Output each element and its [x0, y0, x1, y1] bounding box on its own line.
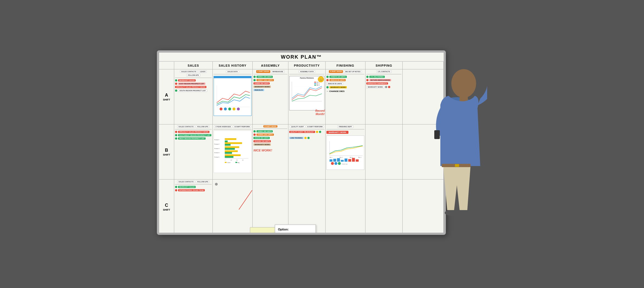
svg-text:Mar 1: Mar 1	[329, 157, 332, 158]
tag-b31048: #31048 300 UNITS	[253, 137, 270, 139]
c-sh-content	[214, 180, 252, 188]
shipping-item-2: RETURN MERCHANDISE	[366, 79, 402, 81]
header-assembly-data: ASSEMBLY DATA	[299, 70, 315, 73]
column-headers: SALES SALES HISTORY ASSEMBLY PRODUCTIVIT…	[159, 62, 444, 69]
b-sales-item-3: WEST REGION PROSPECT LIST	[175, 137, 212, 140]
svg-rect-45	[327, 140, 364, 166]
specialty-sales-tag: SPECIALTY SALES PRODUCT MODS	[175, 86, 206, 88]
cell-a-assembly: A SHIFT MODS WAREHOUSE #30921 155 UNITS …	[253, 69, 288, 124]
tag-warranty-ship: WARRANTY WORK	[366, 86, 384, 88]
dot-a2	[253, 79, 256, 81]
dot-lt1	[304, 137, 307, 139]
person-svg	[427, 50, 487, 235]
b-assembly-item-3: #31048 300 UNITS	[253, 137, 287, 139]
dot-qa2	[319, 131, 321, 133]
svg-rect-55	[341, 160, 343, 162]
cell-b-productivity: QUALITY AUDIT B SHIFT PERFORM QUALITY AU…	[288, 124, 326, 179]
svg-rect-15	[314, 83, 316, 84]
header-followups: FOLLOW-UPS	[186, 74, 200, 77]
svg-text:Product 1: Product 1	[214, 139, 220, 140]
record-month-text: RecordMonth!	[315, 109, 325, 116]
svg-point-72	[445, 210, 457, 216]
col-header-sales-history: SALES HISTORY	[213, 62, 253, 69]
b-assembly-item-5: WARRANTY WORK	[253, 143, 287, 146]
col-header-empty	[159, 62, 174, 69]
a-shipping-header: LTL CONTACTS	[366, 70, 402, 73]
header-b-perform: B SHIFT PERFORM	[233, 125, 251, 128]
svg-rect-30	[225, 146, 239, 148]
option-note: Option: Built-InT-Cardfile slotsfor mont…	[275, 224, 316, 235]
board-grid: A SHIFT B SHIFT C SHIFT	[159, 69, 444, 234]
tag-west-region: WEST REGION PROSPECT LIST	[178, 137, 206, 140]
tag-ltl-deliveries: LTL DELIVERIES	[369, 76, 385, 78]
tag-b30921: #30921 200 UNITS	[256, 130, 273, 132]
cell-c-finishing	[326, 180, 365, 234]
col-header-finishing: FINISHING	[326, 62, 365, 69]
header-c-followups: FOLLOW-UPS	[196, 180, 209, 183]
a-productivity-header: ASSEMBLY DATA	[289, 70, 324, 73]
svg-text:Product 5: Product 5	[214, 156, 220, 158]
svg-text:300: 300	[242, 160, 244, 161]
dot-red-1	[175, 83, 177, 85]
a-sales-item-3: SPECIALTY SALES PRODUCT MODS	[175, 86, 212, 88]
header-b-perform2: B SHIFT PERFORM	[306, 125, 324, 128]
a-sales-history-header: SALES DATA	[214, 70, 252, 73]
assembly-item-5: REBUILDS	[253, 89, 287, 91]
svg-rect-54	[337, 158, 340, 162]
svg-rect-71	[455, 164, 459, 167]
b-productivity-header: QUALITY AUDIT B SHIFT PERFORM	[289, 125, 324, 128]
svg-rect-52	[329, 159, 332, 162]
svg-rect-58	[352, 158, 355, 162]
svg-rect-28	[225, 142, 242, 144]
b-finishing-chart: Mar 1 Mar 2 Mar 3 Mar 4	[326, 135, 364, 170]
dot-s1	[366, 76, 369, 78]
shift-b-label: B SHIFT	[159, 124, 174, 180]
tag-warranty-work-f: WARRANTY WORK	[329, 86, 347, 88]
svg-rect-32	[225, 150, 238, 152]
finishing-item-4: WARRANTY WORK	[326, 86, 364, 88]
svg-rect-34	[225, 154, 241, 156]
header-c-sales-contacts: SALES CONTACTS	[177, 180, 195, 183]
tag-30959: #30959 250 UNITS	[253, 82, 270, 85]
tag-southwest: SOUTHWEST REGION PROSPECT LIST	[178, 134, 211, 136]
dot-ba2	[253, 134, 256, 136]
south-region-tag: SOUTH REGION PROSPECT LIST	[178, 89, 207, 92]
dot-bs2	[175, 134, 177, 136]
svg-point-7	[237, 108, 240, 110]
cell-a-finishing: A SHIFT MODS DIE SET UP NOTES #456976 10…	[326, 69, 365, 124]
shift-c-label: C SHIFT	[159, 180, 174, 234]
svg-point-5	[228, 108, 231, 110]
shift-b-letter: B	[165, 148, 168, 153]
cell-b-sales-history: 3 YEAR AVERAGES B SHIFT PERFORM Product …	[213, 124, 253, 179]
svg-point-61	[334, 162, 337, 165]
svg-text:100: 100	[231, 160, 232, 161]
svg-point-66	[451, 69, 476, 98]
shift-a-letter: A	[165, 93, 168, 98]
svg-rect-35	[225, 156, 233, 158]
a-sales-item-4: SOUTH REGION PROSPECT LIST	[175, 89, 212, 92]
east-region-tag: EAST REGION PROSPECT LIST	[178, 83, 205, 85]
header-die-set-up: DIE SET UP NOTES	[344, 70, 362, 73]
dot-cs1	[175, 186, 177, 188]
productivity-chart-svg: Mar 1 Mar 2 Mar 3	[290, 79, 323, 105]
tag-30921: #30921 155 UNITS	[256, 76, 273, 78]
columns-area: SALES CONTACTS LEADS FOLLOW-UPS WARRANTY…	[174, 69, 444, 234]
cell-c-shipping	[365, 180, 403, 234]
cell-a-productivity: ASSEMBLY DATA Factory Divisions	[288, 69, 326, 124]
svg-rect-41	[225, 162, 227, 163]
dot-bs3	[175, 137, 177, 140]
a-sales-item-2: EAST REGION PROSPECT LIST	[175, 83, 212, 85]
svg-text:Mar 2: Mar 2	[316, 83, 320, 85]
dot-qa1	[316, 131, 318, 133]
a-finishing-header: A SHIFT MODS DIE SET UP NOTES	[326, 70, 364, 73]
header-b-shift-mods: B SHIFT MODS	[263, 125, 277, 127]
col-header-shipping: SHIPPING	[365, 62, 403, 69]
c-sales-item-1: WARRANTY SALES	[175, 186, 212, 188]
tag-b-specialty: SPECIALTY SALES PRODUCT MODS	[178, 131, 209, 133]
cell-a-shipping: LTL CONTACTS LTL DELIVERIES RETURN MERCH…	[365, 69, 403, 124]
board-title: WORK PLAN™	[159, 53, 444, 62]
tag-expedited: EXPEDITED SHIPMENTS	[366, 82, 388, 85]
cell-c-sales: SALES CONTACTS FOLLOW-UPS WARRANTY SALES…	[174, 180, 213, 234]
col-header-productivity: PRODUCTIVITY	[288, 62, 326, 69]
header-a-shift-mods-f: A SHIFT MODS	[329, 70, 343, 73]
